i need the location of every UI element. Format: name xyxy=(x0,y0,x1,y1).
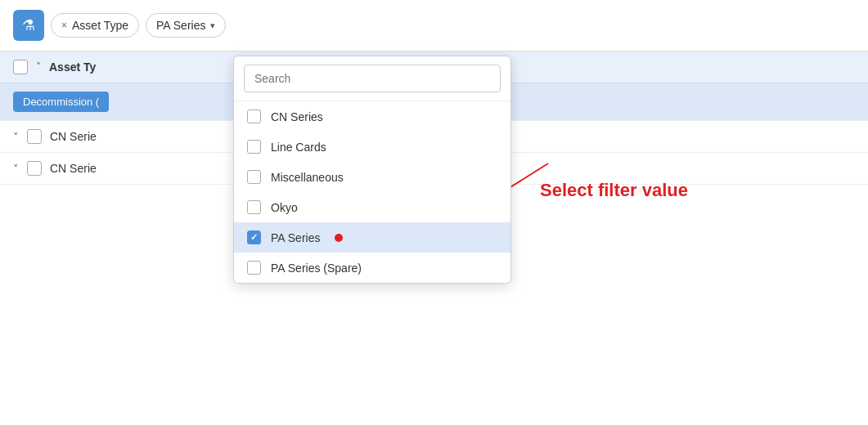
row-cell-asset-type: CN Serie xyxy=(50,162,97,175)
pa-series-spare-checkbox[interactable] xyxy=(247,261,261,275)
dropdown-item-cn-series[interactable]: CN Series xyxy=(234,101,510,132)
cn-series-checkbox[interactable] xyxy=(247,110,261,123)
filter-dropdown-panel: CN Series Line Cards Miscellaneous Okyo … xyxy=(233,56,511,284)
chevron-down-icon: ▾ xyxy=(210,20,215,31)
okyo-checkbox[interactable] xyxy=(247,200,261,214)
dropdown-item-line-cards[interactable]: Line Cards xyxy=(234,132,510,162)
header-bar: ⚗ × Asset Type PA Series ▾ xyxy=(0,0,868,51)
line-cards-checkbox[interactable] xyxy=(247,140,261,154)
okyo-label: Okyo xyxy=(271,201,298,214)
dropdown-item-miscellaneous[interactable]: Miscellaneous xyxy=(234,162,510,192)
column-expand-icon[interactable]: ˅ xyxy=(36,61,41,73)
filter-button[interactable]: ⚗ xyxy=(13,10,44,41)
asset-type-label: Asset Type xyxy=(72,19,128,32)
dropdown-item-okyo[interactable]: Okyo xyxy=(234,192,510,222)
pa-series-label: PA Series xyxy=(271,231,320,244)
row-checkbox[interactable] xyxy=(27,161,42,176)
dropdown-item-pa-series[interactable]: PA Series xyxy=(234,222,510,253)
cn-series-label: CN Series xyxy=(271,110,323,123)
miscellaneous-checkbox[interactable] xyxy=(247,170,261,184)
close-icon[interactable]: × xyxy=(61,20,67,31)
filter-value-tag[interactable]: PA Series ▾ xyxy=(146,13,226,38)
row-checkbox[interactable] xyxy=(27,129,42,144)
row-cell-asset-type: CN Serie xyxy=(50,130,97,143)
dropdown-search-area xyxy=(234,56,510,101)
pa-series-checkbox[interactable] xyxy=(247,230,261,244)
row-expand-icon[interactable]: ˅ xyxy=(13,131,19,143)
filter-value-label: PA Series xyxy=(156,19,205,32)
decommission-badge[interactable]: Decommission ( xyxy=(13,92,109,112)
pa-series-spare-label: PA Series (Spare) xyxy=(271,262,362,275)
red-dot-indicator xyxy=(335,234,343,242)
asset-type-column-header: Asset Ty xyxy=(49,60,96,74)
filter-icon: ⚗ xyxy=(22,16,35,34)
asset-type-tag[interactable]: × Asset Type xyxy=(51,13,139,38)
annotation-text: Select filter value xyxy=(540,180,688,201)
search-input[interactable] xyxy=(244,65,501,92)
annotation-label: Select filter value xyxy=(540,180,688,201)
row-expand-icon[interactable]: ˅ xyxy=(13,163,19,175)
miscellaneous-label: Miscellaneous xyxy=(271,171,344,184)
line-cards-label: Line Cards xyxy=(271,141,326,154)
select-all-checkbox[interactable] xyxy=(13,60,28,74)
dropdown-item-pa-series-spare[interactable]: PA Series (Spare) xyxy=(234,253,510,283)
